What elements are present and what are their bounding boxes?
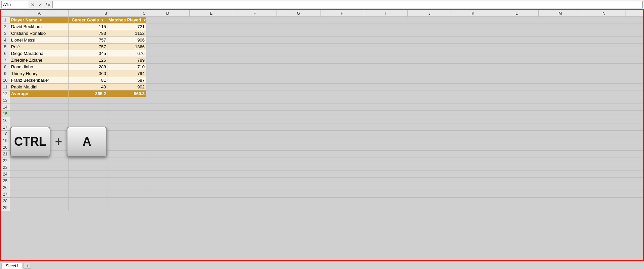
cell-c18[interactable]: [107, 131, 146, 137]
cell-d3[interactable]: [146, 30, 643, 37]
col-header-h[interactable]: H: [320, 10, 364, 16]
function-icon[interactable]: ƒx: [44, 1, 51, 8]
cell-d27[interactable]: [146, 191, 643, 198]
cell-c2[interactable]: 721: [107, 23, 146, 30]
row-number-24[interactable]: 24: [1, 171, 10, 178]
cell-c21[interactable]: [107, 151, 146, 157]
cancel-icon[interactable]: ✕: [30, 1, 36, 8]
cell-c8[interactable]: 710: [107, 64, 146, 70]
cell-a23[interactable]: [10, 164, 69, 171]
cell-a15[interactable]: [10, 111, 69, 117]
cell-d21[interactable]: [146, 151, 643, 157]
dropdown-arrow-c1[interactable]: ▼: [143, 18, 146, 22]
row-number-21[interactable]: 21: [1, 151, 10, 157]
cell-d14[interactable]: [146, 104, 643, 111]
cell-a22[interactable]: [10, 157, 69, 164]
cell-b4[interactable]: 757: [69, 37, 107, 44]
cell-a4[interactable]: Lionel Messi: [10, 37, 69, 44]
cell-a10[interactable]: Franz Beckenbauer: [10, 77, 69, 84]
col-header-a[interactable]: A: [10, 10, 69, 16]
cell-b29[interactable]: [69, 204, 107, 211]
row-number-7[interactable]: 7: [1, 57, 10, 64]
cell-c23[interactable]: [107, 164, 146, 171]
col-header-e[interactable]: E: [190, 10, 233, 16]
cell-c27[interactable]: [107, 191, 146, 198]
cell-b5[interactable]: 757: [69, 44, 107, 50]
cell-c4[interactable]: 906: [107, 37, 146, 44]
cell-c10[interactable]: 587: [107, 77, 146, 84]
cell-c7[interactable]: 789: [107, 57, 146, 64]
cell-b9[interactable]: 360: [69, 70, 107, 77]
row-number-19[interactable]: 19: [1, 137, 10, 144]
cell-a9[interactable]: Thierry Henry: [10, 70, 69, 77]
col-header-j[interactable]: J: [408, 10, 451, 16]
cell-a25[interactable]: [10, 178, 69, 184]
cell-d17[interactable]: [146, 124, 643, 131]
row-number-4[interactable]: 4: [1, 37, 10, 44]
cell-d18[interactable]: [146, 131, 643, 137]
cell-c29[interactable]: [107, 204, 146, 211]
cell-d15[interactable]: [146, 111, 643, 117]
sheet-tab-sheet1[interactable]: Sheet1: [1, 263, 23, 269]
cell-b26[interactable]: [69, 184, 107, 191]
row-number-26[interactable]: 26: [1, 184, 10, 191]
cell-a29[interactable]: [10, 204, 69, 211]
cell-d29[interactable]: [146, 204, 643, 211]
cell-a5[interactable]: Pelé: [10, 44, 69, 50]
formula-input[interactable]: [52, 1, 643, 8]
cell-a8[interactable]: Ronaldinho: [10, 64, 69, 70]
cell-c14[interactable]: [107, 104, 146, 111]
cell-d11[interactable]: [146, 84, 643, 90]
cell-a28[interactable]: [10, 198, 69, 204]
cell-d12[interactable]: [146, 90, 643, 97]
cell-d8[interactable]: [146, 64, 643, 70]
cell-d4[interactable]: [146, 37, 643, 44]
cell-d23[interactable]: [146, 164, 643, 171]
cell-d6[interactable]: [146, 50, 643, 57]
cell-b11[interactable]: 40: [69, 84, 107, 90]
cell-c15[interactable]: [107, 111, 146, 117]
cell-d16[interactable]: [146, 117, 643, 124]
row-number-29[interactable]: 29: [1, 204, 10, 211]
cell-c24[interactable]: [107, 171, 146, 178]
cell-a26[interactable]: [10, 184, 69, 191]
row-number-15[interactable]: 15: [1, 111, 10, 117]
cell-c19[interactable]: [107, 137, 146, 144]
cell-c1[interactable]: Matches Played ▼: [107, 17, 146, 23]
cell-b25[interactable]: [69, 178, 107, 184]
cell-b23[interactable]: [69, 164, 107, 171]
cell-d25[interactable]: [146, 178, 643, 184]
cell-c6[interactable]: 676: [107, 50, 146, 57]
cell-c11[interactable]: 902: [107, 84, 146, 90]
dropdown-arrow-a1[interactable]: ▼: [39, 18, 43, 22]
cell-c28[interactable]: [107, 198, 146, 204]
cell-c16[interactable]: [107, 117, 146, 124]
col-header-n[interactable]: N: [582, 10, 626, 16]
cell-b14[interactable]: [69, 104, 107, 111]
row-number-12[interactable]: 12: [1, 90, 10, 97]
cell-d20[interactable]: [146, 144, 643, 151]
dropdown-arrow-b1[interactable]: ▼: [101, 18, 104, 22]
col-header-k[interactable]: K: [451, 10, 495, 16]
col-header-f[interactable]: F: [233, 10, 277, 16]
cell-b8[interactable]: 288: [69, 64, 107, 70]
cell-b7[interactable]: 126: [69, 57, 107, 64]
col-header-d[interactable]: D: [146, 10, 190, 16]
cell-b28[interactable]: [69, 198, 107, 204]
cell-c12[interactable]: 860.3: [107, 90, 146, 97]
row-number-23[interactable]: 23: [1, 164, 10, 171]
cell-c3[interactable]: 1152: [107, 30, 146, 37]
cell-b2[interactable]: 115: [69, 23, 107, 30]
row-number-20[interactable]: 20: [1, 144, 10, 151]
row-number-18[interactable]: 18: [1, 131, 10, 137]
cell-d26[interactable]: [146, 184, 643, 191]
row-number-25[interactable]: 25: [1, 178, 10, 184]
cell-b3[interactable]: 783: [69, 30, 107, 37]
cell-a1[interactable]: Player Name ▼: [10, 17, 69, 23]
col-header-m[interactable]: M: [539, 10, 582, 16]
cell-c20[interactable]: [107, 144, 146, 151]
col-header-c[interactable]: C: [107, 10, 146, 16]
col-header-b[interactable]: B: [69, 10, 107, 16]
cell-c25[interactable]: [107, 178, 146, 184]
cell-a11[interactable]: Paolo Maldini: [10, 84, 69, 90]
